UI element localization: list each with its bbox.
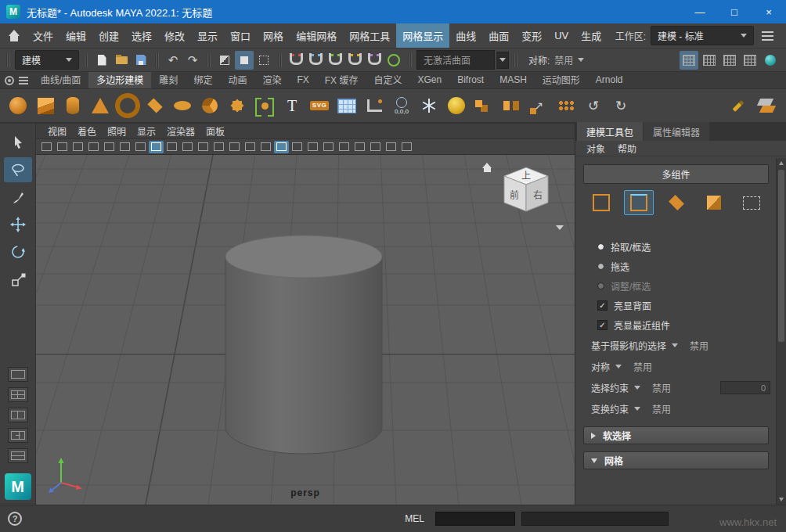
field-chart-icon[interactable]	[211, 141, 226, 153]
toolkit-menu-item[interactable]: 对象	[582, 140, 610, 156]
active-surface-field[interactable]: 无激活曲面	[416, 50, 495, 70]
workspace-options-icon[interactable]	[762, 31, 773, 41]
maya-logo-button[interactable]: M	[5, 473, 31, 500]
quad-draw-icon[interactable]	[725, 92, 752, 119]
measure-tool-icon[interactable]	[361, 92, 388, 119]
shelf-gear-icon[interactable]	[5, 76, 14, 85]
hypershade-icon[interactable]	[761, 51, 780, 70]
node-table-icon[interactable]	[334, 92, 360, 119]
poly-torus-icon[interactable]	[114, 92, 141, 119]
snap-to-view-plane-icon[interactable]	[365, 51, 384, 70]
textured-icon[interactable]	[290, 141, 305, 153]
toolbar-grip[interactable]	[408, 53, 412, 67]
menu-item[interactable]: 生成	[575, 23, 608, 48]
resolution-gate-icon[interactable]	[180, 141, 195, 153]
viewcube-home-icon[interactable]	[482, 163, 493, 173]
lighting-icon[interactable]	[337, 141, 352, 153]
panel-menu-item[interactable]: 着色	[72, 124, 102, 139]
panel-menu-item[interactable]: 渲染器	[161, 124, 200, 139]
select-hierarchy-icon[interactable]	[215, 51, 234, 70]
panel-menu-item[interactable]: 视图	[42, 124, 72, 139]
outliner-persp-layout-button[interactable]	[8, 428, 28, 443]
cylinder-mesh[interactable]	[225, 235, 382, 454]
move-tool[interactable]	[4, 212, 32, 237]
flip-geometry-icon[interactable]: ↻	[608, 92, 634, 119]
panel-scrollbar[interactable]	[776, 158, 786, 505]
image-plane-icon[interactable]	[102, 141, 117, 153]
attribute-editor-toggle-icon[interactable]	[720, 51, 739, 70]
scale-tool[interactable]	[4, 267, 32, 292]
toolbar-grip[interactable]	[6, 53, 10, 67]
combine-icon[interactable]	[471, 92, 497, 119]
save-scene-icon[interactable]	[132, 51, 150, 70]
rotate-tool[interactable]	[4, 239, 32, 264]
safe-title-icon[interactable]	[243, 141, 258, 153]
toolbar-grip[interactable]	[207, 53, 211, 67]
panel-menu-item[interactable]: 显示	[132, 124, 161, 139]
extract-face-icon[interactable]: ↗	[525, 92, 552, 119]
menu-item[interactable]: 编辑	[59, 23, 92, 48]
minimize-button[interactable]: —	[683, 0, 717, 23]
make-live-icon[interactable]	[384, 51, 403, 70]
svg-tool-icon[interactable]: SVG	[306, 92, 333, 119]
tool-settings-toggle-icon[interactable]	[741, 51, 759, 70]
checkbox-option[interactable]: ✓ 亮显背面	[580, 296, 772, 315]
panel-menu-item[interactable]: 面板	[200, 124, 230, 139]
curve-instance-icon[interactable]	[251, 92, 278, 119]
menu-item[interactable]: 网格	[257, 23, 290, 48]
sweep-mesh-icon[interactable]	[224, 92, 251, 119]
grid-toggle-icon[interactable]	[149, 141, 164, 153]
shelf-tab[interactable]: 动画	[220, 72, 254, 88]
new-scene-icon[interactable]	[92, 51, 111, 70]
object-mode-icon[interactable]	[737, 190, 766, 215]
shelf-tab[interactable]: Bifrost	[449, 72, 492, 88]
shelf-tab[interactable]: XGen	[409, 72, 449, 88]
snap-to-projected-center-icon[interactable]	[345, 51, 364, 70]
menu-item[interactable]: 网格显示	[396, 23, 449, 48]
grease-pencil-icon[interactable]	[133, 141, 148, 153]
smooth-mesh-icon[interactable]	[443, 92, 470, 119]
view-cube[interactable]: 上 前 右	[496, 164, 556, 216]
scroll-up-icon[interactable]	[777, 158, 786, 168]
motion-blur-icon[interactable]	[384, 141, 398, 153]
home-icon[interactable]	[8, 30, 20, 41]
select-tool[interactable]	[4, 130, 32, 155]
select-camera-icon[interactable]	[39, 141, 54, 153]
help-icon[interactable]: ?	[8, 512, 22, 526]
toolkit-menu-item[interactable]: 帮助	[613, 140, 641, 156]
toolbar-grip[interactable]	[514, 53, 517, 67]
face-mode-icon[interactable]	[662, 190, 691, 215]
shelf-tab[interactable]: 渲染	[254, 72, 289, 88]
toolbar-grip[interactable]	[155, 53, 159, 67]
workspace-selector[interactable]: 建模 - 标准	[651, 26, 754, 45]
menu-item[interactable]: UV	[548, 25, 575, 46]
shelf-tab[interactable]: 运动图形	[535, 72, 588, 88]
four-pane-layout-button[interactable]	[8, 387, 28, 402]
select-object-icon[interactable]	[235, 51, 254, 70]
toolbar-grip[interactable]	[278, 53, 282, 67]
radio-option[interactable]: 拖选	[580, 257, 772, 276]
surface-field-dropdown[interactable]	[496, 52, 509, 69]
section-header[interactable]: 网格	[583, 451, 769, 469]
menu-item[interactable]: 窗口	[224, 23, 257, 48]
multi-component-header[interactable]: 多组件	[583, 164, 769, 184]
shelf-tab[interactable]: FX 缓存	[317, 72, 366, 88]
menu-item[interactable]: 显示	[191, 23, 224, 48]
vertex-mode-icon[interactable]	[586, 190, 616, 215]
shelf-tab[interactable]: 自定义	[366, 72, 409, 88]
viewport-canvas[interactable]: 上 前 右 persp	[36, 155, 575, 505]
menu-item[interactable]: 网格工具	[343, 23, 396, 48]
screen-space-ao-icon[interactable]	[368, 141, 383, 153]
use-default-material-icon[interactable]	[305, 141, 320, 153]
shelf-tab[interactable]: FX	[289, 72, 316, 88]
poly-sphere-icon[interactable]	[5, 92, 31, 119]
menu-item[interactable]: 创建	[92, 23, 125, 48]
two-pane-layout-button[interactable]	[8, 408, 28, 422]
scrollbar-thumb[interactable]	[778, 170, 784, 342]
shelf-tab[interactable]: 多边形建模	[88, 72, 151, 88]
snap-to-point-icon[interactable]	[326, 51, 344, 70]
snap-to-grid-icon[interactable]	[287, 51, 305, 70]
menu-item[interactable]: 编辑网格	[290, 23, 343, 48]
dropdown-row[interactable]: 选择约束 禁用 0	[580, 377, 772, 398]
menu-item[interactable]: 修改	[158, 23, 191, 48]
